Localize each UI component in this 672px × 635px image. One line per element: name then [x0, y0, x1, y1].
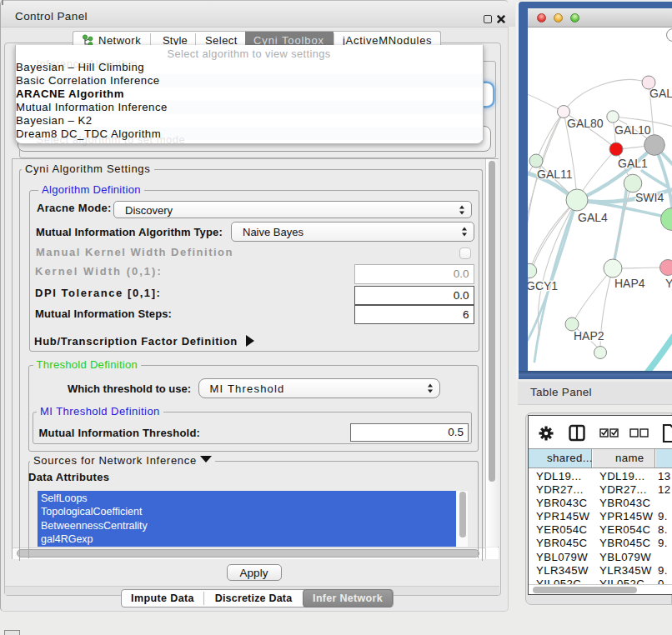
svg-text:Y: Y: [665, 277, 672, 290]
svg-text:GAL: GAL: [649, 87, 672, 100]
svg-text:GAL10: GAL10: [614, 123, 651, 137]
svg-text:GAL4: GAL4: [578, 211, 608, 224]
svg-text:HAP4: HAP4: [614, 277, 645, 290]
svg-text:GAL11: GAL11: [537, 168, 573, 181]
svg-text:HAP2: HAP2: [574, 329, 604, 342]
svg-text:SWI4: SWI4: [635, 191, 664, 204]
svg-text:GAL80: GAL80: [567, 117, 604, 130]
svg-text:GCY1: GCY1: [528, 279, 558, 292]
svg-text:GAL1: GAL1: [618, 157, 648, 170]
